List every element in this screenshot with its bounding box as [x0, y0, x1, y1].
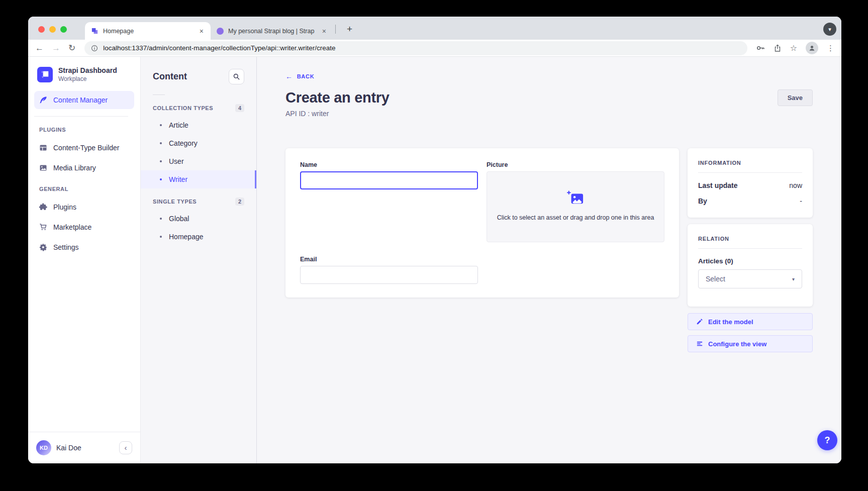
sidebar-item-media-library[interactable]: Media Library [34, 159, 134, 177]
bullet-icon [160, 142, 162, 144]
back-link[interactable]: ← BACK [285, 72, 314, 80]
sidebar-section-plugins: PLUGINS [39, 127, 129, 133]
configure-view-label: Configure the view [708, 340, 766, 348]
browser-tab-bar: Homepage × My personal Strapi blog | Str… [28, 17, 841, 40]
by-label: By [698, 197, 707, 205]
browser-toolbar: ← → ↻ localhost:1337/admin/content-manag… [28, 40, 841, 57]
subnav-item-user[interactable]: User [141, 152, 256, 170]
brand-title: Strapi Dashboard [58, 66, 117, 74]
subnav-item-label: Category [169, 139, 198, 147]
subnav-item-article[interactable]: Article [141, 116, 256, 134]
tab-separator [335, 25, 336, 34]
user-avatar[interactable]: KD [36, 440, 51, 455]
edit-model-label: Edit the model [708, 318, 753, 326]
group-label-collection-types: COLLECTION TYPES [153, 105, 213, 111]
picture-field-group: Picture Click to select an asset or drag… [487, 161, 664, 242]
api-id-subtitle: API ID : writer [285, 110, 813, 118]
traffic-lights [38, 26, 67, 33]
configure-lines-icon [696, 340, 703, 347]
share-icon[interactable] [774, 44, 782, 52]
forward-icon: → [52, 44, 60, 52]
search-icon [233, 73, 240, 80]
meta-column: INFORMATION Last update now By - RELATIO… [688, 148, 813, 357]
information-header: INFORMATION [698, 160, 802, 166]
key-icon[interactable] [756, 44, 765, 52]
collapse-sidebar-button[interactable]: ‹ [119, 441, 132, 454]
info-icon[interactable] [91, 45, 98, 52]
content-subnav: Content COLLECTION TYPES 4 Article Categ… [141, 57, 257, 463]
sidebar-item-label: Content-Type Builder [53, 144, 120, 152]
puzzle-icon [39, 203, 47, 211]
help-button[interactable]: ? [817, 430, 837, 450]
upload-hint-text: Click to select an asset or drag and dro… [497, 213, 654, 223]
sidebar-item-content-type-builder[interactable]: Content-Type Builder [34, 139, 134, 157]
email-input[interactable] [300, 266, 478, 284]
profile-avatar-icon[interactable] [806, 42, 818, 54]
toolbar-right-icons: ☆ ⋮ [756, 42, 834, 54]
sidebar-item-settings[interactable]: Settings [34, 238, 134, 256]
sidebar-item-content-manager[interactable]: Content Manager [34, 91, 134, 109]
tab-strapi-blog[interactable]: My personal Strapi blog | Strap × [211, 22, 333, 40]
last-update-label: Last update [698, 181, 738, 189]
subnav-divider [153, 94, 165, 95]
single-types-count-badge: 2 [235, 198, 244, 206]
strapi-app: Strapi Dashboard Workplace Content Manag… [28, 57, 841, 463]
subnav-item-label: Article [169, 121, 188, 129]
refresh-icon[interactable]: ↻ [68, 44, 75, 52]
edit-model-button[interactable]: Edit the model [688, 313, 813, 330]
last-update-value: now [789, 181, 802, 189]
subnav-item-label: Writer [169, 175, 187, 183]
bullet-icon [160, 178, 162, 180]
by-row: By - [698, 197, 802, 205]
name-input[interactable] [300, 171, 478, 189]
chrome-menu-icon[interactable]: ⋮ [827, 44, 834, 53]
close-tab-icon[interactable]: × [199, 27, 205, 35]
picture-upload-dropzone[interactable]: Click to select an asset or drag and dro… [487, 171, 664, 242]
subnav-item-category[interactable]: Category [141, 134, 256, 152]
tab-title: Homepage [103, 28, 194, 35]
bullet-icon [160, 218, 162, 220]
group-label-single-types: SINGLE TYPES [153, 199, 197, 205]
subnav-item-homepage[interactable]: Homepage [141, 228, 256, 246]
sidebar-item-label: Media Library [53, 164, 96, 172]
save-button[interactable]: Save [778, 89, 813, 106]
close-window-button[interactable] [38, 26, 45, 33]
subnav-item-writer[interactable]: Writer [141, 170, 256, 188]
by-value: - [800, 197, 802, 205]
feather-pen-icon [39, 96, 47, 104]
information-card: INFORMATION Last update now By - [688, 148, 813, 218]
back-label: BACK [297, 73, 315, 79]
new-tab-button[interactable]: + [343, 24, 356, 35]
back-icon[interactable]: ← [35, 44, 44, 52]
url-text[interactable]: localhost:1337/admin/content-manager/col… [103, 44, 335, 52]
subnav-item-label: User [169, 157, 184, 165]
sidebar-item-label: Settings [53, 243, 79, 251]
collection-types-count-badge: 4 [235, 104, 244, 112]
configure-view-button[interactable]: Configure the view [688, 335, 813, 352]
subnav-title: Content [153, 71, 187, 82]
bullet-icon [160, 160, 162, 162]
name-label: Name [300, 161, 478, 168]
close-tab-icon[interactable]: × [321, 27, 327, 35]
user-name: Kai Doe [56, 444, 114, 452]
strapi-favicon [91, 27, 99, 35]
zoom-window-button[interactable] [60, 26, 67, 33]
back-arrow-icon: ← [285, 72, 293, 80]
search-button[interactable] [229, 69, 244, 84]
minimize-window-button[interactable] [49, 26, 56, 33]
gear-icon [39, 243, 47, 251]
brand-subtitle: Workplace [58, 75, 117, 82]
articles-select[interactable]: Select ▾ [698, 269, 802, 288]
sidebar-item-label: Marketplace [53, 223, 91, 231]
relation-header: RELATION [698, 236, 802, 242]
tab-title: My personal Strapi blog | Strap [228, 28, 317, 35]
tab-homepage[interactable]: Homepage × [85, 22, 211, 40]
articles-relation-label: Articles (0) [698, 257, 802, 265]
sidebar-item-marketplace[interactable]: Marketplace [34, 218, 134, 236]
subnav-item-global[interactable]: Global [141, 210, 256, 228]
subnav-item-label: Homepage [169, 233, 204, 241]
sidebar-item-plugins[interactable]: Plugins [34, 198, 134, 216]
url-bar[interactable]: localhost:1337/admin/content-manager/col… [84, 41, 747, 55]
tab-search-button[interactable]: ▾ [823, 23, 836, 36]
bookmark-star-icon[interactable]: ☆ [790, 44, 797, 52]
